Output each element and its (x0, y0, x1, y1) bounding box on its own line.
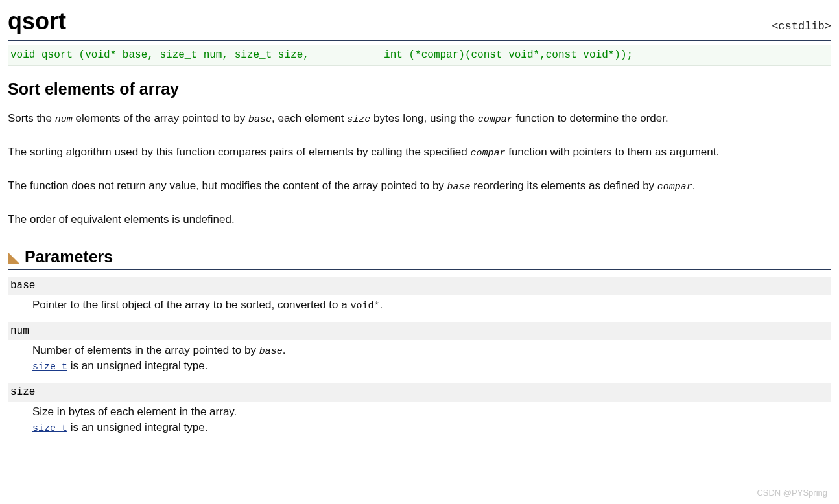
param-entry-num: num Number of elements in the array poin… (8, 322, 831, 374)
page-header: qsort <cstdlib> (8, 5, 831, 41)
desc-paragraph-2: The sorting algorithm used by this funct… (8, 144, 831, 160)
param-term: num (8, 322, 831, 340)
param-ref-base: base (447, 181, 471, 192)
param-ref-base: base (248, 114, 272, 125)
size-t-link[interactable]: size_t (32, 361, 67, 372)
parameters-heading: Parameters (25, 246, 113, 268)
param-ref-base: base (259, 346, 283, 357)
desc-paragraph-3: The function does not return any value, … (8, 178, 831, 194)
header-include: <cstdlib> (772, 19, 831, 34)
param-definition: Pointer to the first object of the array… (32, 297, 831, 313)
description-block: Sorts the num elements of the array poin… (8, 111, 831, 227)
param-ref-compar: compar (657, 181, 692, 192)
size-t-link[interactable]: size_t (32, 423, 67, 434)
code-void-pointer: void* (350, 301, 379, 312)
desc-paragraph-4: The order of equivalent elements is unde… (8, 212, 831, 227)
param-ref-size: size (347, 114, 370, 125)
param-ref-num: num (55, 114, 73, 125)
param-definition: Size in bytes of each element in the arr… (32, 404, 831, 435)
function-signature: void qsort (void* base, size_t num, size… (8, 45, 831, 65)
param-entry-base: base Pointer to the first object of the … (8, 277, 831, 313)
param-ref-compar: compar (470, 148, 505, 159)
param-term: size (8, 383, 831, 401)
subtitle: Sort elements of array (8, 78, 831, 100)
desc-paragraph-1: Sorts the num elements of the array poin… (8, 111, 831, 126)
page-title: qsort (8, 5, 66, 38)
param-ref-compar: compar (478, 114, 513, 125)
param-entry-size: size Size in bytes of each element in th… (8, 383, 831, 435)
param-term: base (8, 277, 831, 295)
parameters-heading-row: Parameters (8, 246, 831, 270)
ruler-icon (8, 252, 19, 264)
param-definition: Number of elements in the array pointed … (32, 343, 831, 374)
